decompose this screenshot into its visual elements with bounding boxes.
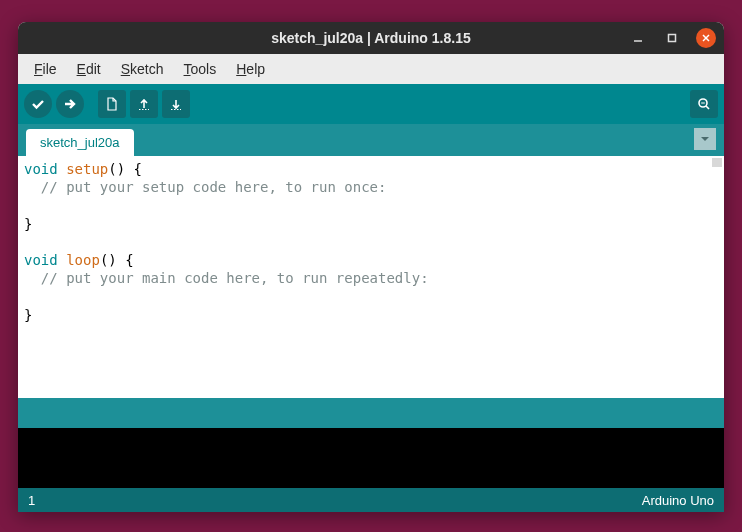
minimize-icon [633, 33, 643, 43]
menu-file[interactable]: File [26, 57, 65, 81]
maximize-icon [667, 33, 677, 43]
window-controls [628, 28, 716, 48]
maximize-button[interactable] [662, 28, 682, 48]
menu-tools[interactable]: Tools [176, 57, 225, 81]
chevron-down-icon [699, 133, 711, 145]
open-button[interactable] [130, 90, 158, 118]
tab-sketch[interactable]: sketch_jul20a [26, 129, 134, 156]
editor-scrollbar[interactable] [712, 158, 722, 167]
arrow-right-icon [62, 96, 78, 112]
console-output[interactable] [18, 428, 724, 488]
code-editor[interactable]: void setup() { // put your setup code he… [18, 156, 724, 398]
svg-rect-1 [669, 35, 676, 42]
toolbar [18, 84, 724, 124]
check-icon [30, 96, 46, 112]
new-button[interactable] [98, 90, 126, 118]
code-fn: loop [66, 252, 100, 268]
code-comment: // put your setup code here, to run once… [24, 179, 386, 195]
line-number: 1 [28, 493, 35, 508]
tab-strip: sketch_jul20a [18, 124, 724, 156]
app-window: sketch_jul20a | Arduino 1.8.15 File Edit… [18, 22, 724, 512]
arrow-up-icon [136, 96, 152, 112]
window-title: sketch_jul20a | Arduino 1.8.15 [271, 30, 470, 46]
verify-button[interactable] [24, 90, 52, 118]
file-icon [104, 96, 120, 112]
save-button[interactable] [162, 90, 190, 118]
close-button[interactable] [696, 28, 716, 48]
titlebar: sketch_jul20a | Arduino 1.8.15 [18, 22, 724, 54]
serial-monitor-icon [696, 96, 712, 112]
code-kw: void [24, 252, 58, 268]
arrow-down-icon [168, 96, 184, 112]
tab-menu-button[interactable] [694, 128, 716, 150]
svg-line-7 [706, 106, 709, 109]
close-icon [701, 33, 711, 43]
serial-monitor-button[interactable] [690, 90, 718, 118]
code-fn: setup [66, 161, 108, 177]
menubar: File Edit Sketch Tools Help [18, 54, 724, 84]
menu-sketch[interactable]: Sketch [113, 57, 172, 81]
code-comment: // put your main code here, to run repea… [24, 270, 429, 286]
minimize-button[interactable] [628, 28, 648, 48]
status-strip [18, 398, 724, 428]
menu-edit[interactable]: Edit [69, 57, 109, 81]
footer: 1 Arduino Uno [18, 488, 724, 512]
code-kw: void [24, 161, 58, 177]
board-label: Arduino Uno [642, 493, 714, 508]
menu-help[interactable]: Help [228, 57, 273, 81]
upload-button[interactable] [56, 90, 84, 118]
